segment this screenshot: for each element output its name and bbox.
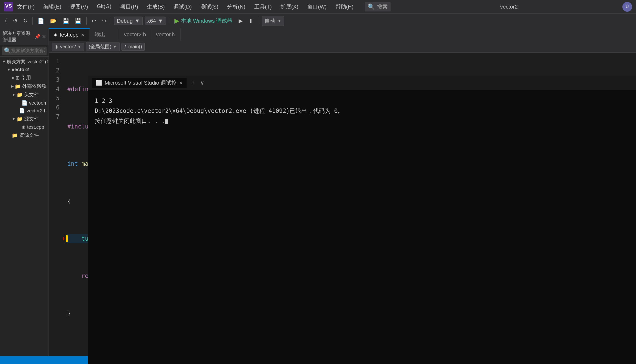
- terminal-tab-label: Microsoft Visual Studio 调试控: [105, 79, 177, 86]
- toolbar-undo[interactable]: ↩: [90, 17, 98, 25]
- menu-extend[interactable]: 扩展(X): [277, 2, 302, 12]
- ext-deps-icon: 📁: [15, 84, 21, 89]
- tree-vector-h[interactable]: 📄 vector.h: [0, 99, 49, 107]
- vs-logo-icon: VS: [4, 2, 13, 12]
- scope-selector-arrow: ▼: [113, 44, 117, 49]
- terminal-line-3: 按任意键关闭此窗口. . .: [95, 116, 629, 126]
- solution-explorer: 解决方案资源管理器 📌 ✕ 🔍 ▼ 解决方案 'vector2' (1 个 ▼ …: [0, 28, 49, 364]
- scope-selector[interactable]: (全局范围) ▼: [86, 42, 119, 51]
- tree-project[interactable]: ▼ vector2: [0, 66, 49, 74]
- line-num-5: 5: [49, 94, 60, 103]
- platform-dropdown[interactable]: x64 ▼: [145, 16, 166, 25]
- toolbar-saveall[interactable]: 💾: [73, 17, 84, 25]
- resources-label: 资源文件: [19, 132, 39, 138]
- solution-arrow-icon: ▼: [2, 60, 6, 64]
- sources-arrow-icon: ▼: [12, 117, 16, 121]
- menu-file[interactable]: 文件(F): [13, 2, 39, 12]
- line-num-2: 2: [49, 66, 60, 75]
- toolbar-divider-4: [169, 17, 169, 25]
- tab-test-cpp[interactable]: ⊕ test.cpp ✕: [49, 28, 90, 41]
- line-num-1: 1: [49, 56, 60, 66]
- menu-tools[interactable]: 工具(T): [250, 2, 276, 12]
- tree-sources-folder[interactable]: ▼ 📁 源文件: [0, 114, 49, 123]
- terminal-line-1: 1 2 3: [95, 96, 629, 106]
- menu-project[interactable]: 项目(P): [116, 2, 142, 12]
- sources-label: 源文件: [24, 116, 39, 122]
- run-label: 本地 Windows 调试器: [181, 17, 232, 24]
- terminal-chevron-icon[interactable]: ∨: [200, 80, 204, 86]
- line-num-4: 4: [49, 84, 60, 94]
- toolbar-divider-3: [111, 17, 111, 25]
- sidebar-search-input[interactable]: [11, 48, 45, 54]
- terminal-add-button[interactable]: +: [189, 78, 197, 87]
- run-btn2[interactable]: ▶: [237, 17, 245, 25]
- resources-folder-icon: 📁: [12, 132, 18, 138]
- debug-config-dropdown[interactable]: Debug ▼: [114, 16, 143, 25]
- menu-window[interactable]: 窗口(W): [303, 2, 330, 12]
- tree-external-deps[interactable]: ▶ 📁 外部依赖项: [0, 82, 49, 90]
- tree-vector2-h[interactable]: 📄 vector2.h: [0, 107, 49, 114]
- toolbar-open[interactable]: 📂: [48, 17, 59, 25]
- sidebar-close-icon[interactable]: ✕: [42, 34, 46, 40]
- toolbar-nav2[interactable]: ↻: [21, 17, 30, 25]
- terminal-tab-bar: ⬜ Microsoft Visual Studio 调试控 ✕ + ∨: [88, 76, 636, 90]
- symbol-selector-label: main(): [128, 44, 142, 50]
- tree-references[interactable]: ▶ ⊞ 引用: [0, 74, 49, 82]
- toolbar-nav1[interactable]: ↺: [11, 17, 19, 25]
- debug-config-label: Debug: [117, 18, 133, 24]
- play-icon: ▶: [174, 17, 179, 24]
- window-title: vector2: [500, 4, 518, 10]
- menu-test[interactable]: 测试(S): [197, 2, 222, 12]
- vector2-h-label: vector2.h: [27, 108, 47, 114]
- run-btn3[interactable]: ⏸: [247, 17, 256, 25]
- menu-edit[interactable]: 编辑(E): [40, 2, 65, 12]
- sidebar-search-box[interactable]: 🔍: [2, 46, 47, 55]
- tab-vector-h[interactable]: vector.h: [151, 28, 181, 41]
- sidebar-header-icons: 📌 ✕: [35, 34, 46, 40]
- tree-test-cpp[interactable]: ⊕ test.cpp: [0, 123, 49, 131]
- file-selector[interactable]: ⊕ vector2 ▼: [52, 43, 84, 51]
- sidebar-pin-icon[interactable]: 📌: [35, 34, 41, 40]
- tab-output[interactable]: 输出: [90, 28, 119, 41]
- token-int-kw: int: [67, 159, 78, 168]
- tree-resources-folder[interactable]: 📁 资源文件: [0, 131, 49, 140]
- title-search-box[interactable]: 🔍 搜索: [365, 2, 391, 12]
- toolbar-new[interactable]: 📄: [36, 17, 46, 25]
- menu-help[interactable]: 帮助(H): [332, 2, 358, 12]
- main-toolbar: ⟨ ↺ ↻ 📄 📂 💾 💾 ↩ ↪ Debug ▼ x64 ▼ ▶ 本地 Win…: [0, 14, 636, 28]
- user-avatar[interactable]: U: [622, 2, 632, 12]
- references-label: 引用: [21, 74, 31, 81]
- tab-vector2-h[interactable]: vector2.h: [119, 28, 151, 41]
- terminal-body: 1 2 3 D:\2023code.c\vector2\x64\Debug\ve…: [88, 90, 636, 132]
- line-numbers: 1 2 3 4 5 6 7: [49, 53, 64, 364]
- run-button[interactable]: ▶ 本地 Windows 调试器: [172, 16, 235, 26]
- terminal-tab-close-icon[interactable]: ✕: [179, 80, 183, 86]
- symbol-selector[interactable]: ƒ main(): [122, 43, 145, 51]
- menu-build[interactable]: 生成(B): [143, 2, 169, 12]
- tree-headers-folder[interactable]: ▼ 📁 头文件: [0, 90, 49, 99]
- tab-cpp-icon: ⊕: [54, 32, 57, 38]
- menu-analyze[interactable]: 分析(N): [223, 2, 249, 12]
- toolbar-redo[interactable]: ↪: [100, 17, 108, 25]
- sidebar-title: 解决方案资源管理器: [3, 30, 35, 43]
- menu-git[interactable]: Git(G): [93, 2, 115, 12]
- solution-tree: ▼ 解决方案 'vector2' (1 个 ▼ vector2 ▶ ⊞ 引用 ▶…: [0, 56, 49, 364]
- breakpoint-dot: [64, 237, 65, 241]
- svg-text:VS: VS: [5, 3, 12, 8]
- menu-debug[interactable]: 调试(D): [170, 2, 196, 12]
- line-num-6: 6: [49, 103, 60, 112]
- line-num-3: 3: [49, 75, 60, 84]
- toolbar-back[interactable]: ⟨: [3, 17, 9, 25]
- dropdown-arrow-icon: ▼: [135, 18, 140, 24]
- auto-dropdown[interactable]: 自动 ▼: [262, 16, 284, 26]
- file-selector-arrow: ▼: [78, 44, 82, 49]
- tree-solution[interactable]: ▼ 解决方案 'vector2' (1 个: [0, 58, 49, 66]
- execution-arrow: [66, 235, 68, 242]
- project-arrow-icon: ▼: [7, 68, 11, 72]
- platform-label: x64: [147, 18, 156, 24]
- menu-view[interactable]: 视图(V): [66, 2, 92, 12]
- selector-bar: ⊕ vector2 ▼ (全局范围) ▼ ƒ main(): [49, 41, 636, 53]
- tab-test-cpp-close[interactable]: ✕: [81, 32, 85, 38]
- toolbar-save[interactable]: 💾: [61, 17, 71, 25]
- terminal-tab-debug[interactable]: ⬜ Microsoft Visual Studio 调试控 ✕: [92, 78, 187, 88]
